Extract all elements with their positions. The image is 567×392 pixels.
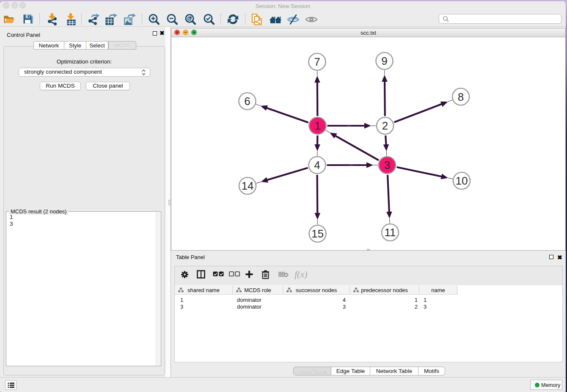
svg-text:9: 9	[381, 55, 387, 67]
svg-text:7: 7	[314, 55, 320, 68]
svg-text:10: 10	[456, 174, 468, 187]
svg-text:14: 14	[242, 179, 254, 192]
svg-text:6: 6	[244, 95, 250, 108]
svg-text:3: 3	[384, 159, 390, 171]
svg-text:8: 8	[458, 91, 464, 103]
svg-text:11: 11	[385, 226, 396, 239]
svg-text:4: 4	[314, 159, 320, 171]
svg-text:2: 2	[382, 119, 388, 132]
svg-text:15: 15	[311, 227, 324, 240]
svg-text:1: 1	[314, 119, 320, 132]
